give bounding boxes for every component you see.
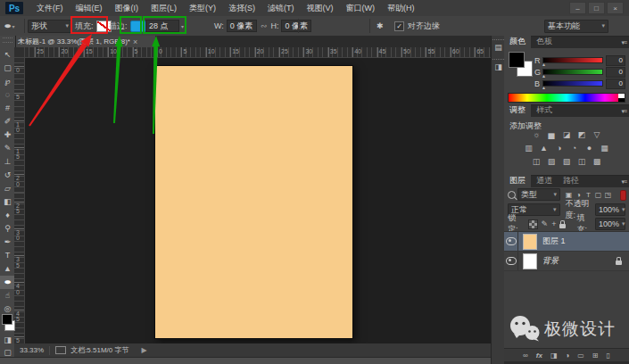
black-white-icon[interactable]: ◑: [554, 144, 565, 153]
lock-all-icon[interactable]: [559, 224, 566, 228]
channel-mixer-icon[interactable]: ●: [584, 144, 595, 153]
status-expand-icon[interactable]: ▶: [142, 346, 147, 354]
minimize-button[interactable]: –: [569, 2, 586, 14]
tab-channels[interactable]: 通道: [531, 173, 558, 187]
tab-styles[interactable]: 样式: [531, 103, 558, 117]
brightness-contrast-icon[interactable]: ☼: [531, 130, 542, 140]
path-selection-tool[interactable]: ▲: [0, 262, 15, 276]
quick-mask-icon[interactable]: ◨: [0, 335, 15, 344]
tool-mode-select[interactable]: 形状: [28, 20, 72, 33]
selective-color-icon[interactable]: ▩: [592, 157, 602, 167]
align-edges-checkbox[interactable]: ✓: [394, 21, 404, 31]
color-spectrum-ramp[interactable]: [508, 93, 625, 103]
ruler-horizontal[interactable]: 25201510505101520253035404550556065: [14, 47, 491, 58]
toolbar-grip[interactable]: [3, 37, 12, 43]
posterize-icon[interactable]: ▨: [546, 157, 557, 167]
gear-icon[interactable]: ✱: [377, 21, 384, 30]
color-balance-icon[interactable]: ▲: [539, 144, 550, 153]
delete-layer-icon[interactable]: ▯: [607, 352, 610, 360]
visibility-eye-icon[interactable]: [504, 252, 518, 270]
pen-tool[interactable]: ✒: [0, 236, 15, 249]
hand-tool[interactable]: ☝: [0, 289, 15, 302]
menu-window[interactable]: 窗口(W): [340, 3, 382, 14]
quick-selection-tool[interactable]: ◌: [0, 88, 15, 102]
channel-value-G[interactable]: 0: [606, 67, 625, 78]
layer-mask-icon[interactable]: ◨: [550, 352, 558, 360]
layer-effects-icon[interactable]: fx: [536, 352, 542, 360]
visibility-eye-icon[interactable]: [504, 232, 518, 251]
crop-tool[interactable]: #: [0, 102, 15, 115]
gradient-map-icon[interactable]: ◫: [576, 157, 587, 167]
layer-thumbnail[interactable]: [523, 253, 537, 269]
tab-paths[interactable]: 路径: [558, 173, 584, 187]
menu-file[interactable]: 文件(F): [30, 3, 70, 14]
layer-group-icon[interactable]: ▭: [577, 352, 584, 360]
close-button[interactable]: ×: [607, 2, 624, 14]
tab-adjustments[interactable]: 调整: [504, 103, 531, 117]
opacity-select[interactable]: 100%: [595, 203, 625, 216]
history-brush-tool[interactable]: ↺: [0, 169, 15, 182]
hue-saturation-icon[interactable]: ▥: [524, 144, 534, 153]
move-tool[interactable]: ↖: [0, 48, 15, 62]
layer-fill-select[interactable]: 100%: [595, 218, 625, 230]
exposure-icon[interactable]: ◩: [576, 130, 587, 140]
menu-filter[interactable]: 滤镜(T): [261, 3, 301, 14]
clone-stamp-tool[interactable]: ⊥: [0, 155, 15, 169]
ruler-vertical[interactable]: 051 01 52 02 53 03 54 04 55 0: [14, 57, 25, 343]
workspace-switcher[interactable]: 基本功能: [544, 20, 608, 33]
channel-slider-R[interactable]: ▲: [542, 57, 603, 63]
invert-icon[interactable]: ◫: [531, 157, 542, 167]
close-tab-icon[interactable]: ×: [133, 37, 137, 46]
shape-height-field[interactable]: 0 像素: [281, 20, 311, 32]
dodge-tool[interactable]: ⚲: [0, 222, 15, 236]
layer-row[interactable]: 图层 1: [504, 232, 629, 252]
lasso-tool[interactable]: ℘: [0, 75, 15, 88]
channel-value-B[interactable]: 0: [606, 79, 625, 89]
channel-value-R[interactable]: 0: [606, 55, 625, 66]
threshold-icon[interactable]: ▧: [561, 157, 572, 167]
shape-width-field[interactable]: 0 像素: [227, 20, 257, 32]
type-tool[interactable]: T: [0, 249, 15, 262]
link-dimensions-icon[interactable]: ∾: [261, 21, 268, 30]
tab-swatches[interactable]: 色板: [531, 34, 558, 48]
vibrance-icon[interactable]: ▽: [592, 130, 602, 140]
filter-shape-layers-icon[interactable]: ▢: [593, 191, 603, 199]
curves-icon[interactable]: ◪: [561, 130, 572, 140]
filter-smart-objects-icon[interactable]: ◳: [603, 191, 613, 199]
panel-menu-icon[interactable]: ▾≡: [621, 178, 626, 186]
layer-row[interactable]: 背景: [504, 252, 629, 271]
menu-view[interactable]: 视图(V): [301, 3, 340, 14]
stroke-width-field[interactable]: 28 点: [145, 20, 179, 32]
menu-layer[interactable]: 图层(L): [145, 3, 183, 14]
panel-menu-icon[interactable]: ▾≡: [621, 108, 626, 115]
adjustment-layer-icon[interactable]: ◑: [565, 352, 569, 360]
foreground-color-swatch[interactable]: [2, 314, 12, 325]
tab-layers[interactable]: 图层: [504, 173, 531, 187]
tool-preset-picker[interactable]: ● ▾: [5, 16, 14, 36]
layer-filter-toggle[interactable]: [620, 190, 626, 201]
canvas[interactable]: [154, 65, 353, 339]
filter-kind-select[interactable]: 类型: [517, 188, 560, 201]
link-layers-icon[interactable]: ∞: [523, 352, 528, 360]
menu-type[interactable]: 类型(Y): [183, 3, 222, 14]
eraser-tool[interactable]: ▱: [0, 182, 15, 195]
photo-filter-icon[interactable]: ◔: [569, 144, 580, 153]
new-layer-icon[interactable]: ⊞: [592, 352, 599, 360]
menu-help[interactable]: 帮助(H): [381, 3, 421, 14]
stroke-width-dropdown-icon[interactable]: ▾: [181, 23, 184, 29]
rectangular-marquee-tool[interactable]: ▢: [0, 62, 15, 75]
collapsed-properties-panel-icon[interactable]: ◨: [492, 59, 504, 75]
channel-slider-B[interactable]: ▲: [542, 80, 603, 87]
foreground-swatch-color-panel[interactable]: [509, 52, 525, 68]
lock-transparent-pixels-icon[interactable]: [528, 219, 538, 229]
gradient-tool[interactable]: ◧: [0, 195, 15, 209]
layer-thumbnail[interactable]: [523, 234, 537, 250]
ellipse-tool[interactable]: ●: [0, 276, 15, 289]
spot-healing-brush-tool[interactable]: ✚: [0, 128, 15, 142]
collapsed-history-panel-icon[interactable]: ▤: [492, 39, 504, 55]
menu-image[interactable]: 图像(I): [109, 3, 145, 14]
stroke-color-swatch[interactable]: [130, 21, 146, 32]
document-tab[interactable]: 未标题-1 @ 33.3%(图层 1, RGB/8)* ×: [14, 36, 156, 47]
zoom-level-field[interactable]: 33.33%: [20, 346, 44, 354]
color-lookup-icon[interactable]: ▦: [600, 144, 610, 153]
